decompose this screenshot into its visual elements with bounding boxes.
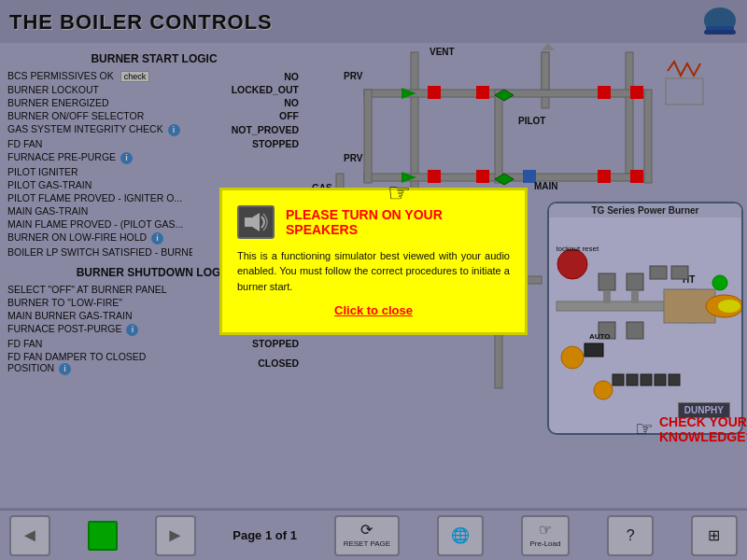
popup-header: PLEASE TURN ON YOUR SPEAKERS bbox=[237, 205, 510, 239]
popup-dialog: PLEASE TURN ON YOUR SPEAKERS This is a f… bbox=[219, 188, 528, 336]
popup-overlay[interactable]: PLEASE TURN ON YOUR SPEAKERS This is a f… bbox=[0, 0, 747, 560]
svg-marker-57 bbox=[252, 213, 260, 231]
speaker-icon bbox=[237, 205, 275, 239]
popup-title: PLEASE TURN ON YOUR SPEAKERS bbox=[286, 207, 510, 237]
popup-body: This is a functioning simulator best vie… bbox=[237, 248, 510, 295]
svg-rect-56 bbox=[245, 217, 252, 227]
popup-close-button[interactable]: Click to close bbox=[237, 303, 510, 317]
